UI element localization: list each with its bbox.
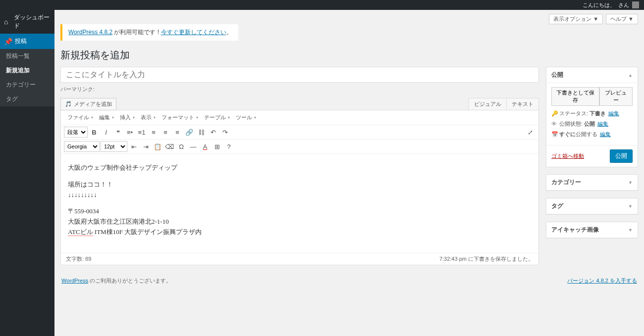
table-button[interactable]: ⊞ [212, 141, 222, 152]
screen-options-button[interactable]: 表示オプション ▼ [549, 14, 603, 24]
link-button[interactable]: 🔗 [184, 127, 195, 138]
media-icon: 🎵 [65, 101, 72, 107]
editor-toolbar-2: Georgia 12pt ⇤ ⇥ 📋 ⌫ Ω — A ⊞ ? [61, 140, 538, 154]
align-center-button[interactable]: ≡ [160, 127, 171, 138]
sidebar-label: ダッシュボード [14, 13, 51, 30]
menu-table[interactable]: テーブル [202, 112, 232, 123]
submenu-item-tags[interactable]: タグ [0, 92, 54, 106]
update-notice: WordPress 4.8.2 が利用可能です ! 今すぐ更新してください。 [60, 24, 238, 41]
editor-container: ファイル 編集 挿入 表示 フォーマット テーブル ツール 段落 B I ❝ ≡… [60, 110, 539, 265]
expand-icon: ▼ [628, 204, 633, 209]
metabox-title: カテゴリー [551, 178, 581, 187]
align-left-button[interactable]: ≡ [148, 127, 159, 138]
help-icon-button[interactable]: ? [223, 141, 234, 152]
categories-metabox: カテゴリー ▼ [546, 174, 638, 191]
featured-image-metabox: アイキャッチ画像 ▼ [546, 222, 638, 239]
menu-format[interactable]: フォーマット [159, 112, 201, 123]
bold-button[interactable]: B [89, 127, 100, 138]
admin-toolbar: こんにちは、 さん [0, 0, 644, 10]
version-link[interactable]: WordPress 4.8.2 [68, 29, 112, 36]
add-media-label: メディアを追加 [74, 100, 112, 108]
autosave-status: 7:32:43 pm に下書きを保存しました。 [439, 255, 534, 263]
italic-button[interactable]: I [101, 127, 111, 138]
word-count: 文字数: 89 [66, 255, 91, 263]
calendar-icon: 📅 [551, 131, 557, 138]
menu-insert[interactable]: 挿入 [117, 112, 137, 123]
align-right-button[interactable]: ≡ [172, 127, 183, 138]
tab-text[interactable]: テキスト [506, 98, 539, 110]
publish-metabox: 公開 ▲ 下書きとして保存 プレビュー 🔑ステータス: 下書き 編集 👁公開状態… [546, 67, 638, 167]
menu-file[interactable]: ファイル [65, 112, 96, 123]
outdent-button[interactable]: ⇤ [128, 141, 139, 152]
dashboard-icon: ⌂ [4, 18, 11, 26]
page-title: 新規投稿を追加 [60, 48, 638, 62]
edit-visibility-link[interactable]: 編集 [597, 121, 608, 127]
help-button[interactable]: ヘルプ ▼ [606, 14, 638, 24]
content-paragraph: 場所はココ！！ ↓↓↓↓↓↓↓↓↓ [68, 180, 532, 200]
preview-button[interactable]: プレビュー [599, 87, 633, 106]
greeting-text: こんにちは、 [583, 1, 615, 9]
indent-button[interactable]: ⇥ [140, 141, 151, 152]
bullet-list-button[interactable]: ≡• [124, 127, 135, 138]
hr-button[interactable]: — [188, 141, 199, 152]
editor-toolbar-1: 段落 B I ❝ ≡• ≡1 ≡ ≡ ≡ 🔗 ⛓ ↶ ↷ ⤢ [61, 125, 538, 140]
redo-button[interactable]: ↷ [219, 127, 230, 138]
tags-metabox-header[interactable]: タグ ▼ [546, 198, 638, 214]
sidebar-item-dashboard[interactable]: ⌂ ダッシュボード [0, 10, 54, 34]
main-content: 表示オプション ▼ ヘルプ ▼ WordPress 4.8.2 が利用可能です … [54, 10, 644, 271]
editor-statusbar: 文字数: 89 7:32:43 pm に下書きを保存しました。 [61, 253, 538, 265]
categories-metabox-header[interactable]: カテゴリー ▼ [546, 175, 638, 191]
paste-button[interactable]: 📋 [152, 141, 163, 152]
metabox-title: タグ [551, 202, 563, 210]
sidebar-label: 投稿 [15, 37, 27, 46]
metabox-title: 公開 [551, 71, 563, 79]
menu-edit[interactable]: 編集 [97, 112, 116, 123]
submenu-item-list[interactable]: 投稿一覧 [0, 49, 54, 63]
collapse-icon: ▲ [628, 73, 633, 78]
content-paragraph: 〒559-0034 大阪府大阪市住之江区南港北2-1-10 ATCビル ITM棟… [68, 206, 532, 237]
account-name[interactable]: さん [618, 1, 629, 9]
pin-icon: 📌 [4, 38, 12, 46]
text-color-button[interactable]: A [200, 141, 211, 152]
edit-schedule-link[interactable]: 編集 [600, 131, 611, 137]
tab-visual[interactable]: ビジュアル [469, 98, 506, 110]
menu-view[interactable]: 表示 [138, 112, 158, 123]
special-char-button[interactable]: Ω [176, 141, 187, 152]
posts-submenu: 投稿一覧 新規追加 カテゴリー タグ [0, 49, 54, 106]
add-media-button[interactable]: 🎵 メディアを追加 [60, 98, 116, 110]
blockquote-button[interactable]: ❝ [112, 127, 123, 138]
eye-icon: 👁 [551, 121, 557, 127]
avatar[interactable] [632, 1, 639, 8]
sidebar-item-posts[interactable]: 📌 投稿 [0, 34, 54, 49]
publish-button[interactable]: 公開 [610, 149, 633, 163]
get-version-link[interactable]: バージョン 4.8.2 を入手する [567, 278, 637, 284]
content-paragraph: 大阪のウェブ制作会社チップディップ [68, 163, 532, 173]
unlink-button[interactable]: ⛓ [196, 127, 207, 138]
font-family-select[interactable]: Georgia [64, 141, 100, 152]
edit-status-link[interactable]: 編集 [608, 110, 619, 116]
submenu-item-categories[interactable]: カテゴリー [0, 78, 54, 92]
font-size-select[interactable]: 12pt [101, 141, 127, 152]
clear-format-button[interactable]: ⌫ [164, 141, 175, 152]
post-title-input[interactable] [60, 67, 539, 83]
editor-menubar: ファイル 編集 挿入 表示 フォーマット テーブル ツール [61, 110, 538, 125]
wordpress-link[interactable]: WordPress [61, 278, 88, 284]
tags-metabox: タグ ▼ [546, 198, 638, 215]
save-draft-button[interactable]: 下書きとして保存 [551, 87, 599, 106]
publish-metabox-header[interactable]: 公開 ▲ [546, 67, 638, 83]
menu-tools[interactable]: ツール [233, 112, 259, 123]
submenu-item-add[interactable]: 新規追加 [0, 63, 54, 78]
featured-image-metabox-header[interactable]: アイキャッチ画像 ▼ [546, 222, 638, 238]
permalink-label: パーマリンク: [60, 86, 539, 93]
update-link[interactable]: 今すぐ更新してください [161, 29, 226, 36]
admin-sidebar: ⌂ ダッシュボード 📌 投稿 投稿一覧 新規追加 カテゴリー タグ [0, 10, 54, 290]
expand-icon: ▼ [628, 228, 633, 233]
block-format-select[interactable]: 段落 [64, 127, 88, 138]
undo-button[interactable]: ↶ [208, 127, 218, 138]
fullscreen-button[interactable]: ⤢ [525, 127, 536, 138]
number-list-button[interactable]: ≡1 [136, 127, 147, 138]
editor-content-area[interactable]: 大阪のウェブ制作会社チップディップ 場所はココ！！ ↓↓↓↓↓↓↓↓↓ 〒559… [61, 154, 538, 253]
metabox-title: アイキャッチ画像 [551, 226, 599, 234]
admin-footer: WordPress のご利用ありがとうございます。 バージョン 4.8.2 を入… [54, 271, 644, 290]
move-to-trash-link[interactable]: ゴミ箱へ移動 [551, 152, 584, 160]
